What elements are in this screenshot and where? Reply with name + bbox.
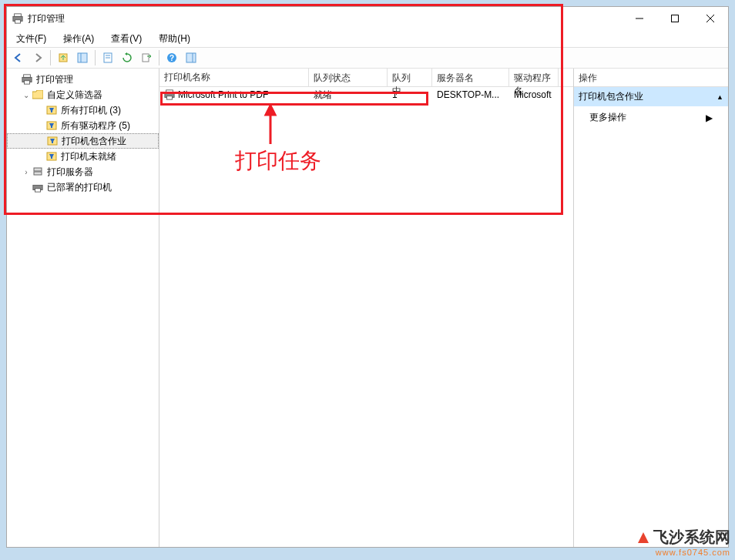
forward-button[interactable] xyxy=(29,49,46,66)
refresh-button[interactable] xyxy=(119,49,136,66)
tree-label: 打印机未就绪 xyxy=(61,150,116,163)
list-pane[interactable]: 打印机名称 队列状态 队列中... 服务器名 驱动程序名 Microsoft P… xyxy=(159,69,574,547)
tree-deployed-printers[interactable]: 已部署的打印机 xyxy=(7,179,159,195)
show-hide-action-pane-button[interactable] xyxy=(183,49,200,66)
tree-label: 所有驱动程序 (5) xyxy=(61,119,130,132)
collapse-icon: ▲ xyxy=(717,93,723,101)
svg-rect-0 xyxy=(15,14,22,17)
svg-rect-16 xyxy=(186,53,196,62)
tree-label: 打印管理 xyxy=(36,73,73,86)
svg-text:?: ? xyxy=(169,54,174,62)
print-management-window: 打印管理 文件(F) 操作(A) 查看(V) 帮助(H) ? xyxy=(6,6,729,548)
filter-icon xyxy=(45,104,58,116)
more-actions-label: 更多操作 xyxy=(589,111,626,124)
tree-all-drivers[interactable]: 所有驱动程序 (5) xyxy=(7,118,159,133)
tree-printers-not-ready[interactable]: 打印机未就绪 xyxy=(7,149,159,164)
driver-name: Microsoft xyxy=(509,89,559,100)
actions-context-label: 打印机包含作业 xyxy=(579,90,643,103)
col-printer-name[interactable]: 打印机名称 xyxy=(159,69,309,86)
filter-icon xyxy=(45,150,58,163)
list-header: 打印机名称 队列状态 队列中... 服务器名 驱动程序名 xyxy=(159,69,573,87)
svg-rect-28 xyxy=(35,189,41,192)
svg-rect-18 xyxy=(24,75,31,78)
logo-icon xyxy=(636,531,650,545)
col-queue-status[interactable]: 队列状态 xyxy=(309,69,388,86)
menubar: 文件(F) 操作(A) 查看(V) 帮助(H) xyxy=(7,30,728,47)
tree-label: 所有打印机 (3) xyxy=(61,104,121,117)
close-button[interactable] xyxy=(693,7,728,30)
svg-rect-13 xyxy=(143,54,149,62)
back-button[interactable] xyxy=(10,49,27,66)
expand-icon[interactable]: ⌄ xyxy=(21,91,32,99)
tree-print-servers[interactable]: › 打印服务器 xyxy=(7,164,159,179)
maximize-button[interactable] xyxy=(657,7,693,30)
col-jobs-in-queue[interactable]: 队列中... xyxy=(388,69,432,86)
svg-rect-31 xyxy=(166,90,173,93)
jobs-count: 1 xyxy=(388,89,432,100)
server-name: DESKTOP-M... xyxy=(432,89,509,100)
tree-all-printers[interactable]: 所有打印机 (3) xyxy=(7,102,159,118)
tree-label: 已部署的打印机 xyxy=(47,181,112,194)
toolbar-separator xyxy=(50,50,51,65)
menu-view[interactable]: 查看(V) xyxy=(106,31,146,47)
menu-help[interactable]: 帮助(H) xyxy=(154,31,195,47)
main-body: 打印管理 ⌄ 自定义筛选器 所有打印机 (3) 所有驱动程序 (5) 打印机包含… xyxy=(7,69,728,547)
actions-header: 操作 xyxy=(574,69,728,87)
printer-icon xyxy=(12,12,24,25)
tree-pane[interactable]: 打印管理 ⌄ 自定义筛选器 所有打印机 (3) 所有驱动程序 (5) 打印机包含… xyxy=(7,69,159,547)
tree-label: 打印服务器 xyxy=(47,166,93,179)
window-title: 打印管理 xyxy=(28,12,622,25)
tree-custom-filters[interactable]: ⌄ 自定义筛选器 xyxy=(7,87,159,102)
tree-printers-with-jobs[interactable]: 打印机包含作业 xyxy=(7,133,159,149)
show-hide-tree-button[interactable] xyxy=(74,49,91,66)
svg-rect-30 xyxy=(167,96,173,99)
toolbar-separator xyxy=(159,50,159,65)
tree-root[interactable]: 打印管理 xyxy=(7,72,159,87)
menu-file[interactable]: 文件(F) xyxy=(12,31,51,47)
actions-pane: 操作 打印机包含作业 ▲ 更多操作 ▶ xyxy=(574,69,728,547)
properties-button[interactable] xyxy=(99,49,116,66)
minimize-button[interactable] xyxy=(622,7,657,30)
filter-icon xyxy=(45,119,58,132)
printer-icon xyxy=(21,73,33,86)
folder-icon xyxy=(32,89,44,101)
server-icon xyxy=(32,166,44,178)
filter-icon xyxy=(46,135,59,147)
watermark-url: www.fs0745.com xyxy=(636,548,730,557)
watermark-brand: 飞沙系统网 xyxy=(653,527,730,548)
toolbar: ? xyxy=(7,47,728,69)
submenu-icon: ▶ xyxy=(706,112,713,123)
tree-label: 打印机包含作业 xyxy=(62,135,126,148)
svg-rect-20 xyxy=(25,81,30,84)
export-button[interactable] xyxy=(138,49,155,66)
col-driver-name[interactable]: 驱动程序名 xyxy=(509,69,559,86)
svg-rect-25 xyxy=(34,168,42,171)
col-server-name[interactable]: 服务器名 xyxy=(432,69,509,86)
printer-icon xyxy=(164,89,175,100)
more-actions[interactable]: 更多操作 ▶ xyxy=(574,106,728,129)
svg-rect-8 xyxy=(78,53,87,62)
printer-row[interactable]: Microsoft Print to PDF 就绪 1 DESKTOP-M...… xyxy=(159,87,573,102)
printer-icon xyxy=(32,181,44,193)
printer-name: Microsoft Print to PDF xyxy=(178,89,268,100)
queue-status: 就绪 xyxy=(309,89,388,102)
up-button[interactable] xyxy=(55,49,72,66)
expand-icon[interactable]: › xyxy=(21,168,32,176)
svg-rect-26 xyxy=(34,172,42,175)
svg-rect-4 xyxy=(672,15,679,22)
svg-rect-2 xyxy=(15,20,21,23)
toolbar-separator xyxy=(95,50,96,65)
watermark: 飞沙系统网 www.fs0745.com xyxy=(636,527,730,557)
menu-action[interactable]: 操作(A) xyxy=(59,31,99,47)
titlebar[interactable]: 打印管理 xyxy=(7,7,728,30)
help-button[interactable]: ? xyxy=(163,49,180,66)
actions-context[interactable]: 打印机包含作业 ▲ xyxy=(574,87,728,106)
tree-label: 自定义筛选器 xyxy=(47,89,102,102)
